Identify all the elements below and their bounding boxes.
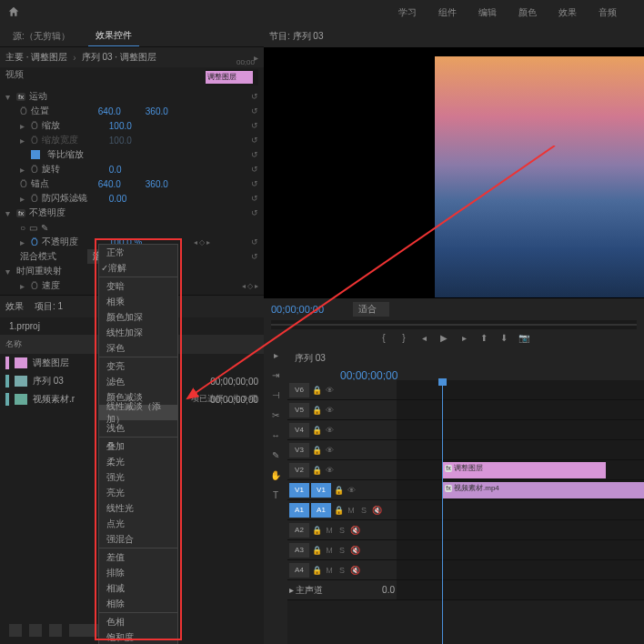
- program-timecode[interactable]: 00;00;00;00: [271, 304, 324, 315]
- tab-source[interactable]: 源:（无剪辑）: [5, 26, 77, 46]
- ripple-edit-icon[interactable]: ⊣: [267, 387, 284, 404]
- anchor-x[interactable]: 640.0: [98, 179, 142, 189]
- hand-icon[interactable]: ✋: [267, 468, 284, 484]
- program-scrubber[interactable]: [271, 320, 637, 329]
- audio-track[interactable]: A3🔒MS🔇: [287, 540, 644, 560]
- menu-edit[interactable]: 编辑: [478, 6, 497, 19]
- mini-timeline-clip[interactable]: 调整图层: [206, 71, 253, 84]
- menu-effects[interactable]: 效果: [558, 6, 577, 19]
- video-track[interactable]: V6🔒👁: [287, 380, 644, 400]
- reset-icon[interactable]: ↺: [251, 136, 258, 145]
- stopwatch-icon[interactable]: Ö: [31, 281, 38, 291]
- audio-track[interactable]: A1A1🔒MS🔇: [287, 500, 644, 520]
- disclosure-icon[interactable]: ▸: [20, 281, 27, 291]
- reset-icon[interactable]: ↺: [251, 165, 258, 174]
- blend-option[interactable]: 变亮: [99, 358, 177, 374]
- eye-icon[interactable]: 👁: [324, 406, 335, 415]
- rotation-value[interactable]: 0.0: [109, 165, 153, 175]
- video-track[interactable]: V4🔒👁: [287, 420, 644, 440]
- stopwatch-icon[interactable]: Ö: [31, 237, 38, 247]
- menu-color[interactable]: 颜色: [518, 6, 537, 19]
- disclosure-icon[interactable]: ▾: [5, 92, 13, 102]
- blend-option[interactable]: 深色: [99, 340, 177, 356]
- lock-icon[interactable]: 🔒: [311, 426, 322, 435]
- lock-icon[interactable]: 🔒: [311, 446, 322, 455]
- lock-icon[interactable]: 🔒: [333, 506, 344, 515]
- blend-option[interactable]: 饱和度: [99, 629, 177, 644]
- lock-icon[interactable]: 🔒: [311, 466, 322, 475]
- clip-video[interactable]: fx视频素材.mp4: [442, 482, 644, 498]
- playhead[interactable]: [442, 380, 443, 644]
- blend-option[interactable]: 相乘: [99, 294, 177, 309]
- freeform-icon[interactable]: [49, 624, 62, 637]
- uniform-scale-checkbox[interactable]: [31, 150, 40, 159]
- tab-sequence[interactable]: 序列 03: [295, 352, 326, 365]
- disclosure-icon[interactable]: ▸: [20, 121, 27, 131]
- type-icon[interactable]: T: [267, 488, 284, 504]
- selection-tool-icon[interactable]: ▸: [267, 347, 284, 364]
- blend-option[interactable]: 差值: [99, 549, 177, 565]
- blend-option[interactable]: 强混合: [99, 531, 177, 547]
- scale-value[interactable]: 100.0: [109, 121, 153, 131]
- disclosure-icon[interactable]: ▾: [5, 208, 13, 218]
- thumb-view-icon[interactable]: [29, 624, 42, 637]
- blend-option[interactable]: 相减: [99, 580, 177, 596]
- blend-option[interactable]: 变暗: [99, 278, 177, 294]
- mask-circle-icon[interactable]: ○: [20, 223, 25, 233]
- blend-mode-menu[interactable]: 正常✓ 溶解变暗相乘颜色加深线性加深深色变亮滤色颜色减淡线性减淡（添加）浅色叠加…: [98, 244, 178, 644]
- track-select-icon[interactable]: ⇥: [267, 367, 284, 384]
- blend-option[interactable]: 色相: [99, 614, 177, 629]
- video-track[interactable]: V2🔒👁fx调整图层: [287, 460, 644, 480]
- prop-motion[interactable]: 运动: [29, 90, 93, 103]
- prop-timeremap[interactable]: 时间重映射: [16, 265, 80, 277]
- reset-icon[interactable]: ↺: [251, 194, 258, 203]
- eye-icon[interactable]: 👁: [324, 466, 335, 475]
- tab-project-panel[interactable]: 项目: 1: [35, 300, 63, 313]
- reset-icon[interactable]: ↺: [251, 252, 258, 261]
- list-view-icon[interactable]: [9, 624, 22, 637]
- razor-icon[interactable]: ✂: [267, 408, 284, 424]
- blend-option[interactable]: 柔光: [99, 454, 177, 469]
- blend-option[interactable]: 颜色加深: [99, 309, 177, 325]
- blend-option[interactable]: 线性减淡（添加）: [99, 405, 177, 420]
- blend-option[interactable]: 强光: [99, 469, 177, 485]
- video-track[interactable]: V5🔒👁: [287, 400, 644, 420]
- eye-icon[interactable]: 👁: [324, 386, 335, 395]
- lock-icon[interactable]: 🔒: [311, 566, 322, 575]
- mute-icon[interactable]: 🔇: [349, 566, 360, 575]
- menu-learn[interactable]: 学习: [398, 6, 417, 19]
- disclosure-icon[interactable]: ▸: [20, 165, 27, 175]
- keyframe-nav[interactable]: ◂ ◇ ▸: [194, 238, 210, 247]
- eye-icon[interactable]: 👁: [324, 446, 335, 455]
- eye-icon[interactable]: 👁: [324, 426, 335, 435]
- reset-icon[interactable]: ↺: [251, 106, 258, 116]
- program-monitor[interactable]: [264, 47, 644, 298]
- menu-audio[interactable]: 音频: [599, 6, 617, 19]
- blend-option[interactable]: 线性光: [99, 500, 177, 516]
- audio-track[interactable]: A4🔒MS🔇: [287, 560, 644, 580]
- blend-option[interactable]: 滤色: [99, 374, 177, 389]
- mute-icon[interactable]: 🔇: [349, 546, 360, 555]
- reset-icon[interactable]: ↺: [251, 237, 258, 247]
- antiflicker-value[interactable]: 0.00: [109, 194, 153, 204]
- blend-option[interactable]: 亮光: [99, 485, 177, 500]
- disclosure-icon[interactable]: ▸: [20, 237, 27, 247]
- reset-icon[interactable]: ↺: [251, 208, 258, 217]
- keyframe-nav[interactable]: ◂ ◇ ▸: [242, 282, 258, 290]
- disclosure-icon[interactable]: ▾: [5, 267, 13, 277]
- blend-option[interactable]: 排除: [99, 565, 177, 580]
- blend-option[interactable]: 线性加深: [99, 325, 177, 340]
- lock-icon[interactable]: 🔒: [311, 546, 322, 555]
- slip-icon[interactable]: ↔: [267, 428, 284, 444]
- mute-icon[interactable]: 🔇: [349, 526, 360, 535]
- eye-icon[interactable]: 👁: [346, 486, 357, 495]
- tab-effects-panel[interactable]: 效果: [5, 300, 24, 313]
- mute-icon[interactable]: 🔇: [371, 506, 382, 515]
- reset-icon[interactable]: ↺: [251, 121, 258, 130]
- lock-icon[interactable]: 🔒: [311, 406, 322, 415]
- position-x[interactable]: 640.0: [98, 106, 142, 116]
- anchor-y[interactable]: 360.0: [146, 179, 189, 189]
- reset-icon[interactable]: ↺: [251, 150, 258, 159]
- video-track[interactable]: V1V1🔒👁fx视频素材.mp4: [287, 480, 644, 500]
- clip-adjustment[interactable]: fx调整图层: [442, 462, 606, 478]
